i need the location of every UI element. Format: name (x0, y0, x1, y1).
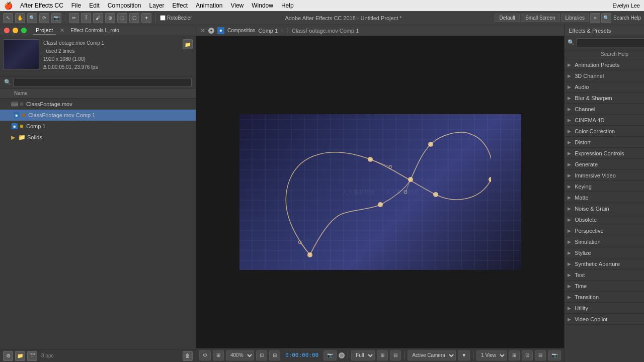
roto-tool[interactable]: ⬡ (129, 13, 139, 23)
project-item-solids[interactable]: ▶ 📁 Solids (0, 132, 196, 143)
hand-tool[interactable]: ✋ (15, 13, 25, 23)
menu-composition[interactable]: Composition (104, 1, 145, 10)
roto-bezier-checkbox[interactable] (160, 15, 166, 21)
window-minimize-btn[interactable] (13, 28, 18, 33)
effect-category-immersive-video[interactable]: ▶ Immersive Video (565, 170, 644, 181)
category-label: Text (575, 272, 585, 278)
viewer-safe-zones-btn[interactable]: ⊟ (535, 350, 546, 360)
workspace-default[interactable]: Default (495, 14, 520, 22)
effect-category-color-correction[interactable]: ▶ Color Correction (565, 126, 644, 137)
effect-category-generate[interactable]: ▶ Generate (565, 159, 644, 170)
category-arrow: ▶ (568, 250, 573, 255)
viewer-camera-opts-btn[interactable]: ▼ (458, 350, 470, 360)
viewer-camera-btn[interactable]: 📷 (324, 350, 337, 360)
clone-tool[interactable]: ⊕ (105, 13, 115, 23)
camera-select[interactable]: Active Camera (408, 350, 456, 360)
effect-category-animation-presets[interactable]: ▶ Animation Presets (565, 59, 644, 70)
viewer-expand-btn[interactable]: ⊞ (509, 350, 520, 360)
project-settings-btn[interactable]: ⚙ (3, 351, 13, 361)
effects-search-input[interactable] (577, 38, 644, 47)
effect-category-synthetic-aperture[interactable]: ▶ Synthetic Aperture (565, 258, 644, 269)
effects-panel: Effects & Presets ≡ 🔍 Search Help ▶ Anim… (564, 25, 644, 362)
roto-bezier-toggle[interactable]: RotoBezier (160, 15, 192, 21)
effect-category-3d-channel[interactable]: ▶ 3D Channel (565, 70, 644, 81)
effect-category-obsolete[interactable]: ▶ Obsolete (565, 214, 644, 225)
menu-layer[interactable]: Layer (146, 1, 168, 10)
workspace-small-screen[interactable]: Small Screen (521, 14, 559, 22)
effect-category-distort[interactable]: ▶ Distort (565, 137, 644, 148)
project-comp-btn[interactable]: 🎬 (27, 351, 37, 361)
puppet-tool[interactable]: ✦ (141, 13, 151, 23)
comp1-tab[interactable]: Comp 1 (259, 28, 278, 34)
project-search-input[interactable] (13, 78, 192, 87)
effect-category-noise-&-grain[interactable]: ▶ Noise & Grain (565, 203, 644, 214)
viewer-region-btn[interactable]: ⊞ (377, 350, 388, 360)
brush-tool[interactable]: 🖌 (93, 13, 103, 23)
viewer-fit-btn[interactable]: ⊞ (213, 350, 224, 360)
effect-category-stylize[interactable]: ▶ Stylize (565, 247, 644, 258)
effect-category-simulation[interactable]: ▶ Simulation (565, 236, 644, 247)
menu-animation[interactable]: Animation (192, 1, 226, 10)
search-icon: 🔍 (4, 79, 11, 85)
camera-tool[interactable]: 📷 (51, 13, 61, 23)
effect-category-cinema-4d[interactable]: ▶ CINEMA 4D (565, 115, 644, 126)
project-meta: ClassFootage.mov Comp 1 , used 2 times 1… (43, 39, 104, 73)
project-item-classfootage[interactable]: mov ClassFootage.mov (0, 99, 196, 110)
menu-aftereffects[interactable]: After Effects CC (17, 1, 67, 10)
search-help-btn[interactable]: 🔍 (601, 13, 611, 23)
menu-edit[interactable]: Edit (86, 1, 103, 10)
effect-category-transition[interactable]: ▶ Transition (565, 292, 644, 303)
file-dimensions-label: 1920 x 1080 (1.00) (43, 55, 104, 63)
rotation-tool[interactable]: ⟳ (39, 13, 49, 23)
viewer-canvas: 人人素材社区人人素材社区 (196, 36, 564, 348)
effect-category-audio[interactable]: ▶ Audio (565, 81, 644, 93)
composition-viewer[interactable]: 人人素材社区人人素材社区 (196, 36, 564, 348)
menu-view[interactable]: View (227, 1, 247, 10)
zoom-select[interactable]: 400% (226, 350, 254, 360)
effect-controls-tab[interactable]: Effect Controls L_roto (70, 28, 119, 33)
window-close-btn[interactable] (4, 28, 10, 33)
eraser-tool[interactable]: ◻ (117, 13, 127, 23)
effect-category-perspective[interactable]: ▶ Perspective (565, 225, 644, 236)
effect-category-time[interactable]: ▶ Time (565, 281, 644, 292)
workspace-libraries[interactable]: Libraries (561, 14, 589, 22)
menu-file[interactable]: File (68, 1, 85, 10)
effect-category-expression-controls[interactable]: ▶ Expression Controls (565, 148, 644, 159)
menu-effect[interactable]: Effect (169, 1, 191, 10)
views-select[interactable]: 1 View (476, 350, 507, 360)
project-new-folder-btn[interactable]: 📁 (183, 39, 193, 49)
project-folder-btn[interactable]: 📁 (15, 351, 25, 361)
effect-category-text[interactable]: ▶ Text (565, 269, 644, 281)
category-arrow: ▶ (568, 84, 573, 89)
pen-tool[interactable]: ✏ (69, 13, 79, 23)
effect-category-utility[interactable]: ▶ Utility (565, 303, 644, 314)
menu-help[interactable]: Help (278, 1, 297, 10)
viewer-toggle-btn[interactable]: ⊟ (269, 350, 280, 360)
project-tab[interactable]: Project (33, 26, 56, 35)
category-arrow: ▶ (568, 261, 573, 266)
text-tool[interactable]: T (81, 13, 91, 23)
effect-category-channel[interactable]: ▶ Channel (565, 104, 644, 115)
effect-category-keying[interactable]: ▶ Keying (565, 181, 644, 192)
viewer-color-swatch (339, 352, 345, 358)
category-arrow: ▶ (568, 184, 573, 189)
viewer-grid-btn[interactable]: ⊟ (390, 350, 401, 360)
apple-menu[interactable]: 🍎 (4, 2, 13, 10)
project-item-classfootage-comp1[interactable]: ■ ClassFootage.mov Comp 1 (0, 110, 196, 121)
viewer-snapshot-btn[interactable]: 📷 (548, 350, 561, 360)
viewer-settings-btn[interactable]: ⚙ (199, 350, 211, 360)
resolution-select[interactable]: Full (351, 350, 375, 360)
zoom-tool[interactable]: 🔍 (27, 13, 37, 23)
workspace-more[interactable]: » (590, 13, 600, 23)
effect-category-matte[interactable]: ▶ Matte (565, 192, 644, 203)
effect-category-blur-&-sharpen[interactable]: ▶ Blur & Sharpen (565, 93, 644, 104)
viewer-pixel-btn[interactable]: ⊡ (522, 350, 533, 360)
select-tool[interactable]: ↖ (3, 13, 13, 23)
window-maximize-btn[interactable] (21, 28, 27, 33)
project-delete-btn[interactable]: 🗑 (183, 351, 193, 361)
comp-close-btn[interactable]: ✕ (200, 27, 205, 34)
effect-category-video-copilot[interactable]: ▶ Video Copilot (565, 314, 644, 325)
viewer-checkerboard-btn[interactable]: ⊡ (256, 350, 267, 360)
menu-window[interactable]: Window (248, 1, 277, 10)
project-item-comp1[interactable]: ■ Comp 1 (0, 121, 196, 132)
